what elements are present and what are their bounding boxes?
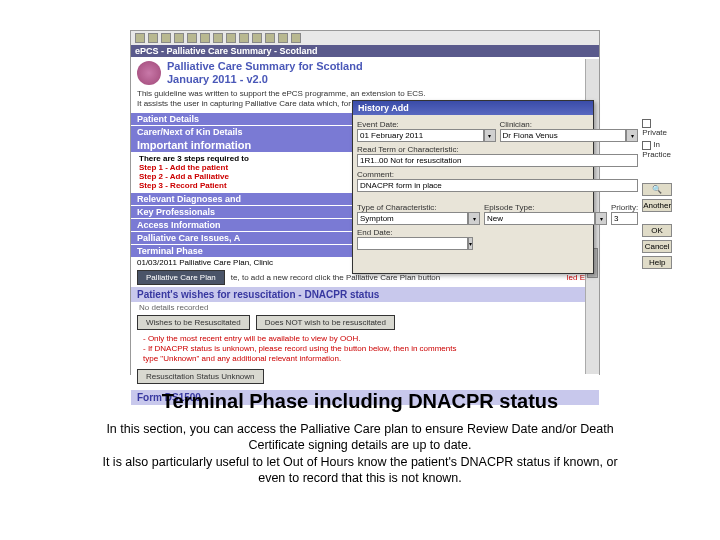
warn-line: - Only the most recent entry will be ava…: [143, 334, 587, 344]
episode-input[interactable]: [484, 212, 595, 225]
read-term-input[interactable]: [357, 154, 638, 167]
priority-input[interactable]: [611, 212, 638, 225]
type-input[interactable]: [357, 212, 468, 225]
window-title: ePCS - Palliative Care Summary - Scotlan…: [131, 45, 599, 57]
toolbar-icon[interactable]: [187, 33, 197, 43]
caption-p2: It is also particularly useful to let Ou…: [100, 454, 620, 487]
toolbar: [131, 31, 599, 45]
clinician-input[interactable]: [500, 129, 627, 142]
comment-input[interactable]: [357, 179, 638, 192]
another-button[interactable]: Another: [642, 199, 672, 212]
toolbar-icon[interactable]: [291, 33, 301, 43]
dnacpr-header: Patient's wishes for resuscitation - DNA…: [131, 287, 599, 302]
not-resuscitated-button[interactable]: Does NOT wish to be resuscitated: [256, 315, 395, 330]
no-details-text: No details recorded: [131, 302, 599, 313]
toolbar-icon[interactable]: [135, 33, 145, 43]
type-label: Type of Characteristic:: [357, 203, 480, 212]
toolbar-icon[interactable]: [213, 33, 223, 43]
end-date-input[interactable]: [357, 237, 468, 250]
help-button[interactable]: Help: [642, 256, 672, 269]
caption-title: Terminal Phase including DNACPR status: [0, 390, 720, 413]
private-checkbox[interactable]: [642, 119, 651, 128]
dialog-title: History Add: [353, 101, 593, 115]
cancel-button[interactable]: Cancel: [642, 240, 672, 253]
wishes-resuscitated-button[interactable]: Wishes to be Resuscitated: [137, 315, 250, 330]
comment-label: Comment:: [357, 170, 638, 179]
toolbar-icon[interactable]: [252, 33, 262, 43]
end-date-label: End Date:: [357, 228, 638, 237]
toolbar-icon[interactable]: [174, 33, 184, 43]
episode-label: Episode Type:: [484, 203, 607, 212]
end-date-dropdown-icon[interactable]: ▾: [468, 237, 473, 250]
priority-label: Priority:: [611, 203, 638, 212]
clinician-dropdown-icon[interactable]: ▾: [626, 129, 638, 142]
palliative-care-plan-button[interactable]: Palliative Care Plan: [137, 270, 225, 285]
intro-line: This guideline was written to support th…: [137, 89, 593, 99]
event-date-input[interactable]: [357, 129, 484, 142]
pcp-help-text: te, to add a new record click the Pallia…: [231, 273, 440, 282]
caption-p1: In this section, you can access the Pall…: [100, 421, 620, 454]
doc-title-2: January 2011 - v2.0: [167, 73, 363, 86]
toolbar-icon[interactable]: [278, 33, 288, 43]
private-label: Private: [642, 128, 667, 137]
in-practice-checkbox[interactable]: [642, 141, 651, 150]
warn-line: - If DNACPR status is unknown, please re…: [143, 344, 587, 354]
slide-caption: Terminal Phase including DNACPR status I…: [0, 390, 720, 486]
type-dropdown-icon[interactable]: ▾: [468, 212, 480, 225]
doc-title-1: Palliative Care Summary for Scotland: [167, 60, 363, 73]
review-left: 01/03/2011 Palliative Care Plan, Clinic: [137, 258, 273, 267]
clinician-label: Clinician:: [500, 120, 639, 129]
toolbar-icon[interactable]: [239, 33, 249, 43]
toolbar-icon[interactable]: [200, 33, 210, 43]
warning-text: - Only the most recent entry will be ava…: [131, 332, 599, 367]
ok-button[interactable]: OK: [642, 224, 672, 237]
toolbar-icon[interactable]: [226, 33, 236, 43]
resuscitation-unknown-button[interactable]: Resuscitation Status Unknown: [137, 369, 264, 384]
episode-dropdown-icon[interactable]: ▾: [595, 212, 607, 225]
toolbar-icon[interactable]: [148, 33, 158, 43]
logo-icon: [137, 61, 161, 85]
warn-line: type "Unknown" and any additional releva…: [143, 354, 587, 364]
toolbar-icon[interactable]: [265, 33, 275, 43]
date-dropdown-icon[interactable]: ▾: [484, 129, 496, 142]
toolbar-icon[interactable]: [161, 33, 171, 43]
event-date-label: Event Date:: [357, 120, 496, 129]
read-term-label: Read Term or Characteristic:: [357, 145, 638, 154]
document-header: Palliative Care Summary for Scotland Jan…: [131, 57, 599, 89]
search-icon-button[interactable]: 🔍: [642, 183, 672, 196]
history-add-dialog: History Add Event Date: ▾ Clinician: ▾: [352, 100, 594, 274]
